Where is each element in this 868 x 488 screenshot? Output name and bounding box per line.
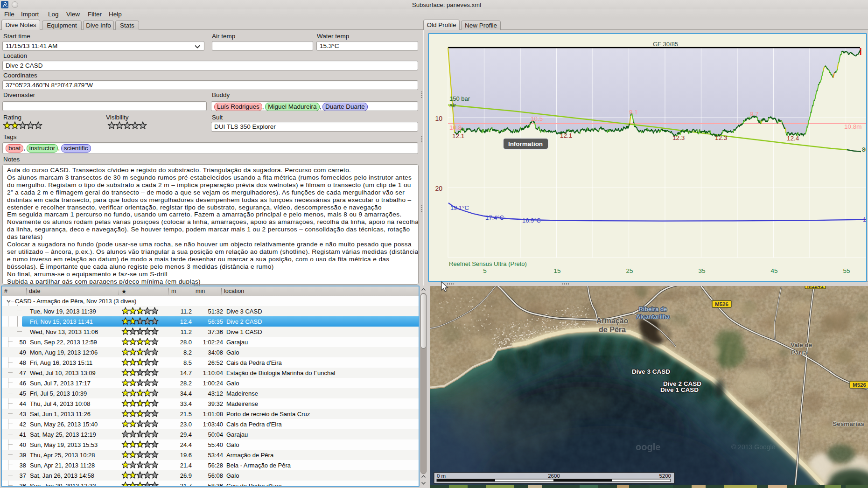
svg-text:GF 30/85: GF 30/85 [653, 41, 678, 48]
svg-text:Parra: Parra [791, 349, 807, 356]
svg-text:150 bar: 150 bar [449, 95, 470, 102]
svg-text:Sesmarias: Sesmarias [833, 420, 864, 427]
svg-text:oogle: oogle [636, 442, 660, 452]
svg-text:9.1: 9.1 [629, 109, 638, 116]
svg-text:Vale de: Vale de [791, 342, 812, 349]
svg-text:© 2013 Google: © 2013 Google [731, 443, 776, 451]
svg-text:10.5: 10.5 [531, 115, 543, 122]
svg-text:Reefnet Sensus Ultra (Preto): Reefnet Sensus Ultra (Preto) [449, 260, 527, 267]
svg-text:de Pêra: de Pêra [599, 326, 626, 334]
svg-text:17.4°C: 17.4°C [485, 214, 504, 221]
svg-text:19.1°C: 19.1°C [450, 204, 469, 211]
svg-text:10: 10 [435, 115, 442, 122]
svg-text:10.8: 10.8 [449, 124, 462, 131]
svg-text:Armação: Armação [596, 317, 629, 325]
svg-text:45: 45 [770, 267, 777, 274]
svg-text:Alcantarilha: Alcantarilha [636, 314, 670, 320]
svg-text:5: 5 [483, 267, 487, 274]
svg-text:Dive 3 CASD: Dive 3 CASD [632, 368, 670, 375]
svg-text:12.1: 12.1 [560, 132, 572, 139]
svg-text:25: 25 [626, 267, 633, 274]
svg-text:80: 80 [862, 146, 866, 153]
svg-text:15: 15 [553, 267, 560, 274]
svg-text:Dive 1 CASD: Dive 1 CASD [660, 386, 699, 393]
svg-text:M526: M526 [715, 301, 728, 307]
svg-text:16.9°C: 16.9°C [522, 217, 541, 224]
svg-text:0 m: 0 m [437, 473, 446, 479]
svg-text:55: 55 [843, 267, 850, 274]
svg-text:35: 35 [698, 267, 705, 274]
svg-text:20: 20 [435, 185, 442, 192]
svg-text:9.7: 9.7 [750, 111, 759, 118]
svg-text:2600: 2600 [548, 473, 560, 479]
svg-text:5200: 5200 [659, 473, 671, 479]
svg-text:16: 16 [863, 216, 866, 223]
svg-text:12.4: 12.4 [787, 135, 799, 142]
svg-text:12.3: 12.3 [715, 134, 727, 141]
svg-text:M526: M526 [853, 382, 866, 388]
svg-text:M1241: M1241 [807, 286, 824, 289]
svg-text:12.1: 12.1 [452, 132, 464, 139]
svg-text:12.3: 12.3 [672, 134, 685, 141]
svg-text:Information: Information [508, 140, 543, 147]
svg-text:air: air [449, 102, 456, 109]
svg-text:10.8m: 10.8m [844, 123, 862, 130]
svg-text:Ribeira de: Ribeira de [639, 306, 667, 313]
